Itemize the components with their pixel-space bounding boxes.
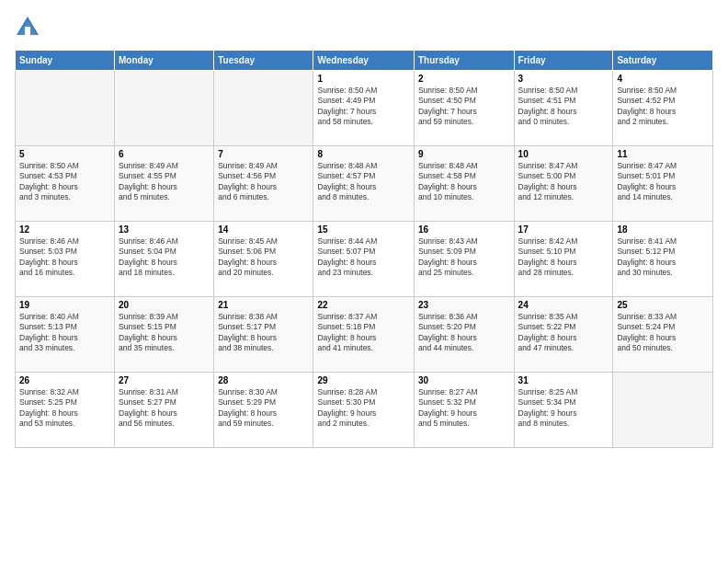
calendar-cell: 22Sunrise: 8:37 AM Sunset: 5:18 PM Dayli… bbox=[313, 297, 414, 373]
day-number: 23 bbox=[418, 300, 510, 310]
day-number: 8 bbox=[317, 149, 409, 159]
day-info: Sunrise: 8:49 AM Sunset: 4:55 PM Dayligh… bbox=[119, 161, 210, 203]
calendar-cell: 25Sunrise: 8:33 AM Sunset: 5:24 PM Dayli… bbox=[613, 297, 713, 373]
calendar-table: SundayMondayTuesdayWednesdayThursdayFrid… bbox=[15, 50, 713, 448]
header bbox=[15, 15, 713, 40]
calendar-cell: 10Sunrise: 8:47 AM Sunset: 5:00 PM Dayli… bbox=[514, 146, 613, 222]
calendar-cell: 1Sunrise: 8:50 AM Sunset: 4:49 PM Daylig… bbox=[313, 71, 414, 146]
day-info: Sunrise: 8:39 AM Sunset: 5:15 PM Dayligh… bbox=[119, 312, 210, 354]
calendar-week-row: 26Sunrise: 8:32 AM Sunset: 5:25 PM Dayli… bbox=[16, 373, 713, 448]
day-number: 18 bbox=[617, 224, 709, 235]
day-info: Sunrise: 8:47 AM Sunset: 5:00 PM Dayligh… bbox=[518, 161, 609, 203]
day-number: 15 bbox=[317, 224, 409, 235]
day-info: Sunrise: 8:44 AM Sunset: 5:07 PM Dayligh… bbox=[317, 236, 409, 279]
day-info: Sunrise: 8:36 AM Sunset: 5:20 PM Dayligh… bbox=[418, 312, 510, 354]
day-info: Sunrise: 8:50 AM Sunset: 4:53 PM Dayligh… bbox=[19, 161, 110, 203]
day-number: 14 bbox=[218, 224, 309, 235]
calendar-week-row: 1Sunrise: 8:50 AM Sunset: 4:49 PM Daylig… bbox=[16, 71, 713, 146]
calendar-cell: 31Sunrise: 8:25 AM Sunset: 5:34 PM Dayli… bbox=[514, 373, 613, 448]
day-info: Sunrise: 8:50 AM Sunset: 4:52 PM Dayligh… bbox=[617, 86, 709, 128]
day-info: Sunrise: 8:43 AM Sunset: 5:09 PM Dayligh… bbox=[418, 236, 510, 279]
calendar-cell: 15Sunrise: 8:44 AM Sunset: 5:07 PM Dayli… bbox=[313, 222, 414, 297]
day-info: Sunrise: 8:38 AM Sunset: 5:17 PM Dayligh… bbox=[218, 312, 309, 354]
weekday-header-monday: Monday bbox=[115, 51, 214, 71]
calendar-cell: 23Sunrise: 8:36 AM Sunset: 5:20 PM Dayli… bbox=[414, 297, 514, 373]
calendar-cell: 28Sunrise: 8:30 AM Sunset: 5:29 PM Dayli… bbox=[214, 373, 313, 448]
weekday-header-friday: Friday bbox=[514, 51, 613, 71]
calendar-cell: 14Sunrise: 8:45 AM Sunset: 5:06 PM Dayli… bbox=[214, 222, 313, 297]
weekday-header-thursday: Thursday bbox=[414, 51, 514, 71]
day-number: 31 bbox=[518, 375, 609, 385]
day-number: 11 bbox=[617, 149, 709, 159]
day-number: 10 bbox=[518, 149, 609, 159]
day-number: 3 bbox=[518, 74, 609, 84]
day-number: 22 bbox=[317, 300, 409, 310]
weekday-header-tuesday: Tuesday bbox=[214, 51, 313, 71]
day-info: Sunrise: 8:46 AM Sunset: 5:04 PM Dayligh… bbox=[119, 236, 210, 279]
day-info: Sunrise: 8:46 AM Sunset: 5:03 PM Dayligh… bbox=[19, 236, 110, 279]
day-info: Sunrise: 8:49 AM Sunset: 4:56 PM Dayligh… bbox=[218, 161, 309, 203]
calendar-cell: 13Sunrise: 8:46 AM Sunset: 5:04 PM Dayli… bbox=[115, 222, 214, 297]
calendar-cell: 5Sunrise: 8:50 AM Sunset: 4:53 PM Daylig… bbox=[16, 146, 115, 222]
logo bbox=[15, 15, 44, 40]
weekday-header-wednesday: Wednesday bbox=[313, 51, 414, 71]
calendar-cell bbox=[16, 71, 115, 146]
day-number: 7 bbox=[218, 149, 309, 159]
day-number: 24 bbox=[518, 300, 609, 310]
calendar-cell: 2Sunrise: 8:50 AM Sunset: 4:50 PM Daylig… bbox=[414, 71, 514, 146]
calendar-cell: 21Sunrise: 8:38 AM Sunset: 5:17 PM Dayli… bbox=[214, 297, 313, 373]
calendar-cell bbox=[115, 71, 214, 146]
day-info: Sunrise: 8:28 AM Sunset: 5:30 PM Dayligh… bbox=[317, 387, 409, 430]
day-info: Sunrise: 8:27 AM Sunset: 5:32 PM Dayligh… bbox=[418, 387, 510, 430]
day-info: Sunrise: 8:45 AM Sunset: 5:06 PM Dayligh… bbox=[218, 236, 309, 279]
calendar-cell: 30Sunrise: 8:27 AM Sunset: 5:32 PM Dayli… bbox=[414, 373, 514, 448]
day-number: 17 bbox=[518, 224, 609, 235]
day-number: 1 bbox=[317, 74, 409, 84]
day-info: Sunrise: 8:48 AM Sunset: 4:58 PM Dayligh… bbox=[418, 161, 510, 203]
calendar-cell: 16Sunrise: 8:43 AM Sunset: 5:09 PM Dayli… bbox=[414, 222, 514, 297]
day-info: Sunrise: 8:50 AM Sunset: 4:49 PM Dayligh… bbox=[317, 86, 409, 128]
day-info: Sunrise: 8:30 AM Sunset: 5:29 PM Dayligh… bbox=[218, 387, 309, 430]
calendar-cell: 11Sunrise: 8:47 AM Sunset: 5:01 PM Dayli… bbox=[613, 146, 713, 222]
day-number: 9 bbox=[418, 149, 510, 159]
day-info: Sunrise: 8:42 AM Sunset: 5:10 PM Dayligh… bbox=[518, 236, 609, 279]
weekday-header-row: SundayMondayTuesdayWednesdayThursdayFrid… bbox=[16, 51, 713, 71]
calendar-cell: 3Sunrise: 8:50 AM Sunset: 4:51 PM Daylig… bbox=[514, 71, 613, 146]
calendar-cell bbox=[613, 373, 713, 448]
svg-rect-2 bbox=[25, 27, 30, 35]
day-info: Sunrise: 8:41 AM Sunset: 5:12 PM Dayligh… bbox=[617, 236, 709, 279]
weekday-header-sunday: Sunday bbox=[16, 51, 115, 71]
calendar-cell: 20Sunrise: 8:39 AM Sunset: 5:15 PM Dayli… bbox=[115, 297, 214, 373]
day-number: 25 bbox=[617, 300, 709, 310]
day-info: Sunrise: 8:50 AM Sunset: 4:51 PM Dayligh… bbox=[518, 86, 609, 128]
day-info: Sunrise: 8:40 AM Sunset: 5:13 PM Dayligh… bbox=[19, 312, 110, 354]
day-info: Sunrise: 8:32 AM Sunset: 5:25 PM Dayligh… bbox=[19, 387, 110, 430]
calendar-week-row: 5Sunrise: 8:50 AM Sunset: 4:53 PM Daylig… bbox=[16, 146, 713, 222]
calendar-cell: 26Sunrise: 8:32 AM Sunset: 5:25 PM Dayli… bbox=[16, 373, 115, 448]
day-number: 6 bbox=[119, 149, 210, 159]
calendar-week-row: 12Sunrise: 8:46 AM Sunset: 5:03 PM Dayli… bbox=[16, 222, 713, 297]
day-number: 12 bbox=[19, 224, 110, 235]
day-number: 2 bbox=[418, 74, 510, 84]
day-info: Sunrise: 8:48 AM Sunset: 4:57 PM Dayligh… bbox=[317, 161, 409, 203]
calendar-cell: 27Sunrise: 8:31 AM Sunset: 5:27 PM Dayli… bbox=[115, 373, 214, 448]
calendar-cell: 19Sunrise: 8:40 AM Sunset: 5:13 PM Dayli… bbox=[16, 297, 115, 373]
calendar-cell bbox=[214, 71, 313, 146]
day-number: 21 bbox=[218, 300, 309, 310]
day-number: 26 bbox=[19, 375, 110, 385]
calendar-cell: 4Sunrise: 8:50 AM Sunset: 4:52 PM Daylig… bbox=[613, 71, 713, 146]
calendar-cell: 29Sunrise: 8:28 AM Sunset: 5:30 PM Dayli… bbox=[313, 373, 414, 448]
day-number: 19 bbox=[19, 300, 110, 310]
calendar-week-row: 19Sunrise: 8:40 AM Sunset: 5:13 PM Dayli… bbox=[16, 297, 713, 373]
calendar-page: SundayMondayTuesdayWednesdayThursdayFrid… bbox=[0, 0, 728, 563]
logo-icon bbox=[15, 15, 40, 40]
day-info: Sunrise: 8:37 AM Sunset: 5:18 PM Dayligh… bbox=[317, 312, 409, 354]
day-info: Sunrise: 8:33 AM Sunset: 5:24 PM Dayligh… bbox=[617, 312, 709, 354]
calendar-cell: 6Sunrise: 8:49 AM Sunset: 4:55 PM Daylig… bbox=[115, 146, 214, 222]
day-info: Sunrise: 8:35 AM Sunset: 5:22 PM Dayligh… bbox=[518, 312, 609, 354]
day-info: Sunrise: 8:47 AM Sunset: 5:01 PM Dayligh… bbox=[617, 161, 709, 203]
day-info: Sunrise: 8:50 AM Sunset: 4:50 PM Dayligh… bbox=[418, 86, 510, 128]
day-number: 16 bbox=[418, 224, 510, 235]
day-number: 28 bbox=[218, 375, 309, 385]
day-number: 29 bbox=[317, 375, 409, 385]
